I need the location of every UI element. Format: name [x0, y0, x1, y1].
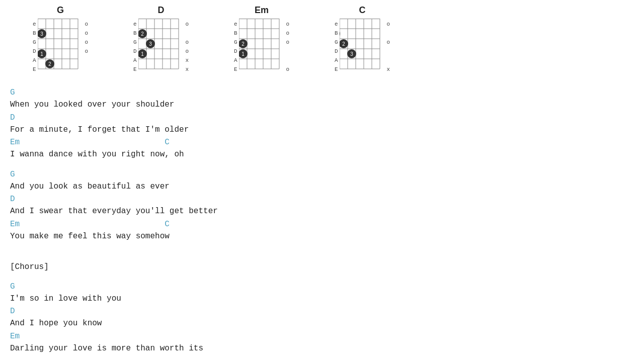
chord-row-6: Em C	[10, 218, 634, 230]
spacer-2	[10, 243, 634, 250]
chord-block-D: D e B G D A E	[111, 5, 211, 76]
svg-text:2: 2	[342, 41, 345, 47]
chord-grid-Em: 2 1	[239, 19, 284, 76]
lyric-line-4: And you look as beautiful as ever	[10, 180, 634, 194]
svg-text:1: 1	[141, 51, 144, 57]
string-labels-D: e B G D A E	[133, 19, 137, 74]
spacer-3	[10, 250, 634, 257]
svg-text:3: 3	[40, 31, 43, 37]
lyric-line-6: You make me feel this way somehow	[10, 230, 634, 243]
chord-block-G: G e B G D A E	[10, 5, 111, 76]
spacer-1	[10, 161, 634, 168]
svg-text:2: 2	[48, 61, 51, 67]
chord-row-7: G	[10, 281, 634, 293]
chord-row-5: D	[10, 193, 634, 205]
chord-diagram-Em: e B G D A E	[234, 19, 289, 76]
string-labels-C: e B G D A E	[335, 19, 338, 74]
chord-name-G: G	[57, 5, 64, 16]
svg-text:3: 3	[149, 41, 152, 47]
chord-diagram-C: e B G D A E	[335, 19, 390, 76]
lyric-line-8: And I hope you know	[10, 317, 634, 330]
lyric-line-1: When you looked over your shoulder	[10, 99, 634, 112]
chord-row-2: D	[10, 112, 634, 124]
lyric-line-9: Darling your love is more than worth its	[10, 342, 634, 355]
svg-text:2: 2	[141, 31, 144, 37]
lyric-line-5: And I swear that everyday you'll get bet…	[10, 205, 634, 218]
chord-block-C: C e B G D A E	[312, 5, 413, 76]
lyrics-section: G When you looked over your shoulder D F…	[10, 86, 634, 355]
chord-diagram-G: e B G D A E	[33, 19, 88, 76]
section-chorus: [Chorus]	[10, 262, 634, 272]
svg-text:3: 3	[350, 51, 353, 57]
spacer-4	[10, 274, 634, 281]
chord-name-C: C	[359, 5, 366, 16]
svg-text:1: 1	[40, 51, 43, 57]
chord-diagrams-section: G e B G D A E	[10, 5, 634, 76]
lyric-line-3: I wanna dance with you right now, oh	[10, 148, 634, 161]
string-labels-Em: e B G D A E	[234, 19, 237, 74]
svg-text:2: 2	[242, 41, 245, 47]
chord-grid-D: 2 3 1	[138, 19, 184, 76]
chord-diagram-D: e B G D A E	[133, 19, 189, 76]
fret-indicators-D: o o o x x	[186, 19, 189, 74]
chord-row-9: Em	[10, 330, 634, 342]
lyric-line-2: For a minute, I forget that I'm older	[10, 124, 634, 137]
chord-grid-G: 3 1 2	[38, 19, 83, 76]
chord-block-Em: Em e B G D A E	[211, 5, 312, 76]
lyric-line-7: I'm so in love with you	[10, 293, 634, 306]
chord-grid-C: 1 2 3	[340, 19, 385, 76]
svg-text:1: 1	[242, 51, 245, 57]
chord-row-3: Em C	[10, 136, 634, 148]
chord-row-1: G	[10, 86, 634, 99]
fret-indicators-C: o o x	[387, 19, 390, 74]
fret-indicators-Em: o o o o	[286, 19, 290, 74]
chord-name-D: D	[158, 5, 165, 16]
fret-indicators-G: o o o o	[85, 19, 89, 74]
chord-row-4: G	[10, 168, 634, 180]
chord-row-8: D	[10, 305, 634, 317]
string-labels-G: e B G D A E	[33, 19, 36, 74]
chord-name-Em: Em	[255, 5, 269, 16]
